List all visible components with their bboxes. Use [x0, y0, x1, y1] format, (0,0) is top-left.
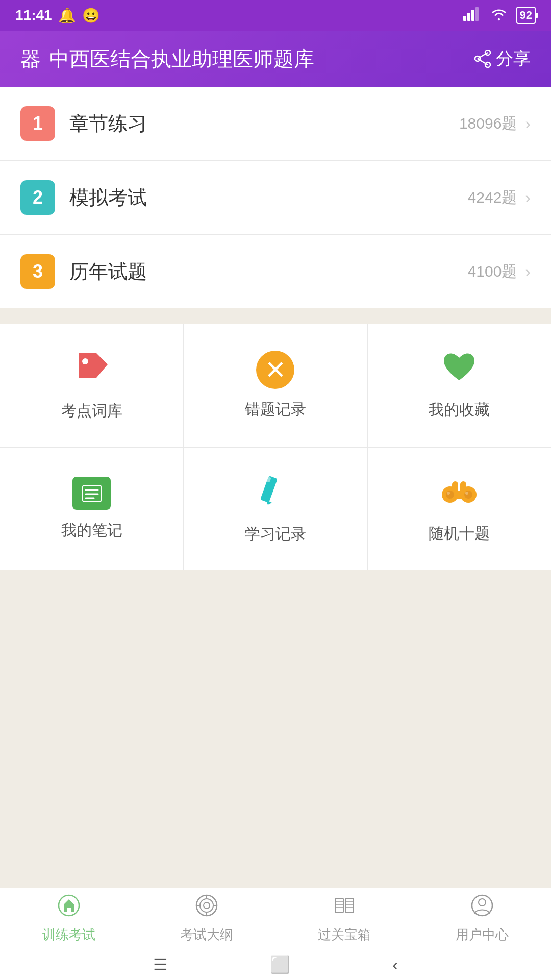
header-title: 器 中西医结合执业助理医师题库: [20, 45, 314, 73]
item-label-3: 历年试题: [69, 259, 468, 285]
grid-section: 考点词库 ✕ 错题记录 我的收藏: [0, 324, 551, 570]
target-icon: [195, 894, 218, 922]
app-icon: 😀: [82, 7, 100, 24]
svg-rect-0: [463, 16, 466, 21]
svg-rect-36: [345, 898, 354, 913]
favorites-label: 我的收藏: [429, 400, 490, 421]
nav-item-exam-outline[interactable]: 考试大纲: [138, 888, 276, 949]
chevron-icon-3: ›: [525, 262, 531, 281]
svg-point-24: [464, 491, 472, 499]
item-count-1: 18096题: [459, 113, 517, 134]
share-button[interactable]: 分享: [473, 47, 531, 70]
practice-item-2[interactable]: 2 模拟考试 4242题 ›: [0, 161, 551, 235]
nav-item-user-center[interactable]: 用户中心: [413, 888, 551, 949]
svg-marker-9: [79, 353, 108, 378]
chevron-icon-1: ›: [525, 114, 531, 133]
svg-line-8: [478, 59, 488, 65]
battery-indicator: 92: [516, 7, 536, 24]
binoculars-icon: [441, 474, 478, 513]
svg-point-23: [446, 491, 454, 499]
svg-point-29: [200, 899, 213, 912]
item-number-1: 1: [20, 106, 55, 141]
item-count-3: 4100题: [468, 261, 517, 282]
status-right: 92: [463, 7, 536, 24]
error-icon: ✕: [256, 351, 294, 389]
nav-label-exam-outline: 考试大纲: [180, 926, 233, 944]
wifi-icon: [490, 7, 508, 24]
back-button[interactable]: ‹: [392, 955, 398, 974]
wrong-records-label: 错题记录: [245, 399, 306, 420]
status-bar: 11:41 🔔 😀 92: [0, 0, 551, 31]
svg-point-25: [447, 492, 450, 495]
svg-point-26: [465, 492, 468, 495]
my-notes-item[interactable]: 我的笔记: [0, 448, 184, 570]
grid-row-1: 考点词库 ✕ 错题记录 我的收藏: [0, 324, 551, 448]
grid-row-2: 我的笔记 学习记录: [0, 448, 551, 570]
svg-point-30: [204, 902, 210, 909]
status-time: 11:41: [15, 7, 52, 23]
header-icon: 器: [20, 45, 41, 73]
pencil-icon: [259, 473, 292, 513]
item-number-3: 3: [20, 254, 55, 289]
app-header: 器 中西医结合执业助理医师题库 分享: [0, 31, 551, 87]
wrong-records-item[interactable]: ✕ 错题记录: [184, 324, 367, 447]
notes-icon: [72, 477, 111, 510]
section-divider: [0, 308, 551, 324]
chevron-icon-2: ›: [525, 188, 531, 207]
item-label-1: 章节练习: [69, 111, 459, 137]
bottom-navigation: 训练考试 考试大纲: [0, 888, 551, 980]
random-ten-label: 随机十题: [429, 523, 490, 544]
nav-item-pass-box[interactable]: 过关宝箱: [276, 888, 413, 949]
nav-label-train-exam: 训练考试: [42, 926, 95, 944]
random-ten-item[interactable]: 随机十题: [368, 448, 551, 570]
item-count-2: 4242题: [468, 187, 517, 208]
tag-icon: [74, 349, 110, 390]
svg-rect-3: [475, 7, 479, 21]
nav-label-user-center: 用户中心: [456, 926, 509, 944]
content-area: [0, 570, 551, 876]
svg-rect-1: [467, 13, 470, 21]
item-label-2: 模拟考试: [69, 185, 468, 211]
menu-button[interactable]: ☰: [153, 955, 168, 974]
svg-line-7: [478, 53, 488, 59]
nav-item-train-exam[interactable]: 训练考试: [0, 888, 138, 949]
system-bar: ☰ ⬜ ‹: [0, 949, 551, 980]
svg-rect-2: [471, 10, 474, 21]
keyword-bank-label: 考点词库: [61, 401, 122, 422]
my-notes-label: 我的笔记: [61, 520, 122, 541]
favorites-item[interactable]: 我的收藏: [368, 324, 551, 447]
keyword-bank-item[interactable]: 考点词库: [0, 324, 184, 447]
heart-icon: [441, 351, 477, 389]
svg-point-10: [82, 358, 88, 364]
home-button[interactable]: ⬜: [270, 955, 290, 974]
practice-item-1[interactable]: 1 章节练习 18096题 ›: [0, 87, 551, 161]
notification-icon: 🔔: [58, 7, 76, 24]
item-number-2: 2: [20, 180, 55, 215]
nav-label-pass-box: 过关宝箱: [318, 926, 371, 944]
user-icon: [471, 894, 493, 922]
svg-rect-35: [335, 898, 343, 913]
book-icon: [333, 894, 356, 922]
signal-icon: [463, 7, 482, 24]
practice-list: 1 章节练习 18096题 › 2 模拟考试 4242题 › 3 历年试题 41…: [0, 87, 551, 308]
study-records-item[interactable]: 学习记录: [184, 448, 367, 570]
nav-items: 训练考试 考试大纲: [0, 888, 551, 949]
practice-item-3[interactable]: 3 历年试题 4100题 ›: [0, 235, 551, 308]
home-icon: [58, 894, 80, 922]
status-left: 11:41 🔔 😀: [15, 7, 100, 24]
svg-point-44: [479, 899, 486, 906]
study-records-label: 学习记录: [245, 524, 306, 545]
